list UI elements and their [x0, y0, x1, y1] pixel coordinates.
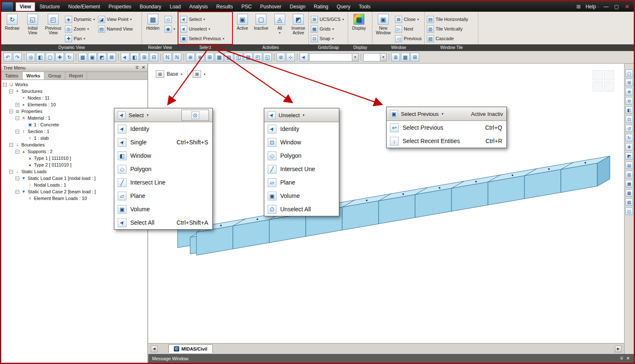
menu-item-window[interactable]: ◧Window	[114, 149, 212, 162]
grid-plane-icon[interactable]: ⊞	[156, 70, 164, 78]
walk-through-icon[interactable]: ▧	[625, 198, 633, 206]
previous-view-button[interactable]: ◰Previous View	[44, 13, 63, 44]
menu-item-intersect-line[interactable]: ╱Intersect Line	[114, 176, 212, 189]
grid-settings-icon[interactable]: ⊞	[193, 70, 201, 78]
view-plane-name[interactable]: Base	[167, 71, 178, 77]
tree-expander-icon[interactable]: −	[15, 150, 19, 154]
zoom-in-icon[interactable]: ⊕	[625, 88, 633, 95]
zoom-dynamic-icon[interactable]: ◎	[26, 53, 35, 62]
tree-expander-icon[interactable]: −	[15, 116, 19, 120]
menu-item-single[interactable]: ➤SingleCtrl+Shift+S	[114, 136, 212, 149]
close-button[interactable]: ✕	[624, 4, 630, 10]
point-grid-icon[interactable]: ▦	[215, 53, 224, 62]
iso-view-icon[interactable]: ◩	[625, 152, 633, 160]
snap-button[interactable]: ⊡Snap▾	[310, 34, 345, 43]
zoom-window-icon[interactable]: ◧	[36, 53, 45, 62]
element-snap-icon[interactable]: ⊗	[196, 53, 204, 62]
menu-item-select-previous[interactable]: ↩Select PreviousCtrl+Q	[387, 121, 506, 134]
top-view-icon[interactable]: ▥	[625, 171, 633, 178]
tree-expander-icon[interactable]: +	[15, 103, 19, 107]
zoom-fit-icon[interactable]: ▢	[46, 53, 54, 62]
rotate-right-icon[interactable]: ↻	[625, 134, 633, 141]
tree-item-works[interactable]: −❏Works	[1, 81, 147, 88]
tree-expander-icon[interactable]: −	[15, 190, 19, 194]
menu-item-select-all[interactable]: ➤Select AllCtrl+Shift+A	[114, 216, 212, 229]
menu-item-plane[interactable]: ▱Plane	[264, 176, 339, 189]
pin-icon[interactable]: ∓	[620, 356, 624, 361]
menu-item-plane[interactable]: ▱Plane	[114, 189, 212, 203]
menu-tab-results[interactable]: Results	[212, 2, 237, 11]
menu-item-unselect-all[interactable]: ∅Unselect All	[264, 203, 339, 216]
model-viewport[interactable]: ⊞ Base ▾ ⊞ ▾	[148, 64, 624, 343]
app-icon[interactable]	[2, 2, 13, 11]
unselect-button[interactable]: ➤Unselect▾	[179, 24, 225, 33]
ucs-gcs-button[interactable]: ⊞UCS/GCS▾	[310, 15, 345, 24]
forward-icon[interactable]: ↷	[13, 53, 22, 62]
scroll-left-icon[interactable]: ◀	[151, 346, 157, 352]
menu-tab-psc[interactable]: PSC	[237, 2, 256, 11]
menu-tab-query[interactable]: Query	[333, 2, 355, 11]
fast-query-icon[interactable]: ⊚	[276, 53, 285, 62]
grid-view-icon[interactable]: ▦	[401, 53, 410, 62]
menu-tab-node-element[interactable]: Node/Element	[64, 2, 104, 11]
tree-expander-icon[interactable]: −	[9, 170, 13, 174]
previous-button[interactable]: ◁Previous	[394, 34, 423, 43]
node-snap-icon[interactable]: ⊕	[186, 53, 195, 62]
pan-icon[interactable]: ✚	[55, 53, 64, 62]
document-tab[interactable]: C MIDAS/Civil	[168, 344, 213, 353]
back-icon[interactable]: ↶	[3, 53, 12, 62]
view-control-icon[interactable]: ⊞	[625, 79, 633, 86]
pointer-icon[interactable]: ➤	[299, 53, 308, 62]
redraw-icon[interactable]: ↻	[65, 53, 74, 62]
minimize-button[interactable]: —	[603, 4, 609, 10]
menu-item-volume[interactable]: ▣Volume	[264, 189, 339, 203]
inactive-button[interactable]: ▢Inactive	[253, 13, 270, 44]
menu-tab-load[interactable]: Load	[165, 2, 185, 11]
snapshot-icon[interactable]: ◫	[625, 208, 633, 215]
new-window-button[interactable]: ▣New Window	[374, 13, 393, 44]
zoom-window-icon[interactable]: ◧	[625, 106, 633, 114]
initial-view-button[interactable]: ◱Initial View	[23, 13, 42, 44]
tree-item-elements-10[interactable]: +▸Elements : 10	[1, 101, 147, 108]
select-identity-icon[interactable]: ➤	[121, 53, 129, 62]
rotate-left-icon[interactable]: ↺	[625, 125, 633, 132]
node-number-icon[interactable]: N	[163, 53, 172, 62]
element-number-icon[interactable]: N	[173, 53, 181, 62]
cascade-button[interactable]: ▧Cascade	[426, 34, 469, 43]
toolbar-combobox[interactable]: ▾	[309, 53, 359, 62]
pin-icon[interactable]: ∓	[135, 65, 139, 70]
menu-tab-pushover[interactable]: Pushover	[256, 2, 286, 11]
render-mode-button[interactable]: ◉▾	[164, 24, 176, 33]
close-icon[interactable]: ✕	[142, 65, 145, 70]
tree-expander-icon[interactable]: −	[15, 130, 19, 133]
query-node-icon[interactable]: ◰	[253, 53, 262, 62]
display-button[interactable]: ▦Display	[349, 13, 369, 44]
maximize-button[interactable]: ▢	[613, 4, 620, 10]
tree-tab-works[interactable]: Works	[23, 72, 44, 79]
select-previous-popup-header[interactable]: ▣Select Previous▾Active Inactiv	[387, 107, 506, 121]
menu-tab-rating[interactable]: Rating	[310, 2, 333, 11]
zoom-out-icon[interactable]: ⊖	[625, 97, 633, 105]
lock-view-icon[interactable]: ⊠	[107, 53, 116, 62]
ortho-icon[interactable]: ◫	[234, 53, 243, 62]
menu-item-polygon[interactable]: ◇Polygon	[264, 149, 339, 162]
tree-item-structures[interactable]: −✦Structures	[1, 88, 147, 95]
all-button[interactable]: ◬All▾	[271, 13, 289, 44]
hidden-button[interactable]: ▩Hidden	[143, 13, 163, 44]
tile-vertically-button[interactable]: ▥Tile Vertically	[426, 24, 469, 33]
tree-expander-icon[interactable]: −	[3, 83, 7, 87]
named-view-button[interactable]: ▤Named View	[97, 24, 134, 33]
query-element-icon[interactable]: ◱	[263, 53, 272, 62]
close-button[interactable]: ⊠Close▾	[394, 15, 423, 24]
next-button[interactable]: ▷Next	[394, 24, 423, 33]
matrix-view-icon[interactable]: ⊞	[410, 53, 419, 62]
menu-tab-tools[interactable]: Tools	[354, 2, 374, 11]
wireframe-icon[interactable]: ▦	[625, 189, 633, 197]
chevron-down-icon[interactable]: ▾	[181, 72, 182, 76]
popup-header-extra-button[interactable]: ⊙	[181, 110, 209, 121]
front-view-icon[interactable]: ▤	[625, 161, 633, 169]
scroll-right-icon[interactable]: ▶	[615, 346, 622, 352]
zoom-button[interactable]: ◎Zoom▾	[64, 24, 96, 33]
shrink-element-icon[interactable]: ▣	[88, 53, 97, 62]
menu-item-intersect-line[interactable]: ╱Intersect Une	[264, 162, 339, 176]
